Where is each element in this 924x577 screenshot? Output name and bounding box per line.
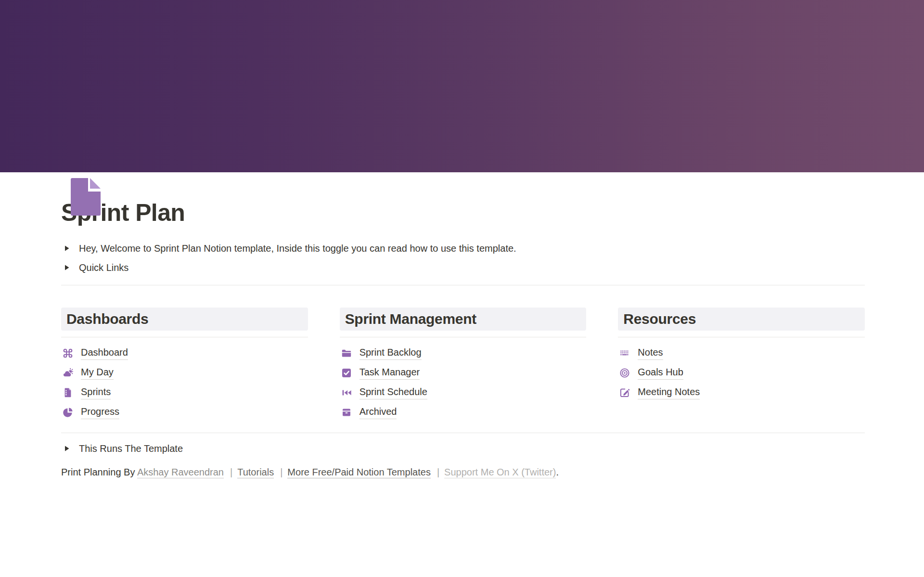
toggle-runs-template-label: This Runs The Template bbox=[79, 443, 183, 454]
divider bbox=[61, 433, 865, 433]
page-link-label: Sprints bbox=[81, 385, 111, 399]
pie-chart-icon bbox=[62, 407, 74, 418]
footer-link-tutorials[interactable]: Tutorials bbox=[237, 467, 274, 478]
toggle-quick-links[interactable]: Quick Links bbox=[61, 258, 865, 277]
toggle-list: Hey, Welcome to Sprint Plan Notion templ… bbox=[61, 239, 865, 277]
page-link-dashboard[interactable]: Dashboard bbox=[61, 343, 308, 363]
column-heading-resources: Resources bbox=[618, 308, 865, 331]
page-link-label: My Day bbox=[81, 366, 114, 380]
page-link-label: Task Manager bbox=[359, 366, 420, 380]
page-link-archived[interactable]: Archived bbox=[340, 402, 587, 422]
footer-credits: Print Planning By Akshay Raveendran|Tuto… bbox=[61, 465, 865, 479]
divider bbox=[340, 337, 587, 337]
divider bbox=[618, 337, 865, 337]
footer-separator: | bbox=[230, 467, 232, 477]
sun-cloud-icon bbox=[62, 367, 74, 379]
page-link-label: Dashboard bbox=[81, 346, 128, 360]
page-link-sprints[interactable]: Sprints bbox=[61, 383, 308, 402]
footer-separator: | bbox=[437, 467, 439, 477]
checkbox-icon bbox=[341, 367, 352, 379]
page-link-label: Meeting Notes bbox=[638, 385, 700, 399]
toggle-arrow-icon[interactable] bbox=[61, 262, 73, 273]
footer-link-author[interactable]: Akshay Raveendran bbox=[137, 467, 224, 478]
toggle-welcome[interactable]: Hey, Welcome to Sprint Plan Notion templ… bbox=[61, 239, 865, 258]
page-link-progress[interactable]: Progress bbox=[61, 402, 308, 422]
column-heading-sprint-management: Sprint Management bbox=[340, 308, 587, 331]
page-link-goals-hub[interactable]: Goals Hub bbox=[618, 363, 865, 383]
footer-link-support-x[interactable]: Support Me On X (Twitter) bbox=[444, 467, 556, 478]
rewind-icon bbox=[341, 387, 352, 398]
edit-icon bbox=[619, 387, 630, 398]
toggle-quick-links-label: Quick Links bbox=[79, 262, 128, 273]
command-icon bbox=[62, 347, 74, 359]
page-link-label: Sprint Schedule bbox=[359, 385, 427, 399]
page-link-label: Progress bbox=[81, 405, 119, 419]
journal-icon bbox=[62, 387, 74, 398]
page-link-label: Notes bbox=[638, 346, 663, 360]
footer-suffix: . bbox=[556, 467, 559, 477]
keyboard-icon bbox=[619, 347, 630, 359]
page-content: Sprint Plan Hey, Welcome to Sprint Plan … bbox=[61, 198, 865, 479]
page-link-label: Archived bbox=[359, 405, 397, 419]
page-link-sprint-schedule[interactable]: Sprint Schedule bbox=[340, 383, 587, 402]
column-resources: Resources Notes bbox=[618, 308, 865, 422]
page-link-task-manager[interactable]: Task Manager bbox=[340, 363, 587, 383]
footer-separator: | bbox=[280, 467, 282, 477]
column-sprint-management: Sprint Management Sprint Backlog bbox=[340, 308, 587, 422]
toggle-arrow-icon[interactable] bbox=[61, 443, 73, 454]
target-icon bbox=[619, 367, 630, 379]
page-link-sprint-backlog[interactable]: Sprint Backlog bbox=[340, 343, 587, 363]
folder-icon bbox=[341, 347, 352, 359]
page-link-label: Sprint Backlog bbox=[359, 346, 422, 360]
toggle-welcome-label: Hey, Welcome to Sprint Plan Notion templ… bbox=[79, 243, 516, 254]
footer-link-more-templates[interactable]: More Free/Paid Notion Templates bbox=[287, 467, 431, 478]
divider bbox=[61, 337, 308, 337]
footer-prefix: Print Planning By bbox=[61, 467, 137, 477]
column-heading-dashboards: Dashboards bbox=[61, 308, 308, 331]
archive-icon bbox=[341, 407, 352, 418]
toggle-arrow-icon[interactable] bbox=[61, 243, 73, 254]
page-link-notes[interactable]: Notes bbox=[618, 343, 865, 363]
page-link-my-day[interactable]: My Day bbox=[61, 363, 308, 383]
column-dashboards: Dashboards Dashboard bbox=[61, 308, 308, 422]
page-link-meeting-notes[interactable]: Meeting Notes bbox=[618, 383, 865, 402]
page-link-label: Goals Hub bbox=[638, 366, 683, 380]
toggle-runs-template[interactable]: This Runs The Template bbox=[61, 439, 865, 458]
page-document-icon[interactable] bbox=[70, 178, 102, 216]
document-icon bbox=[70, 178, 102, 216]
page-cover bbox=[0, 0, 924, 172]
link-columns: Dashboards Dashboard bbox=[61, 308, 865, 422]
page-title[interactable]: Sprint Plan bbox=[61, 198, 865, 227]
divider bbox=[61, 285, 865, 285]
